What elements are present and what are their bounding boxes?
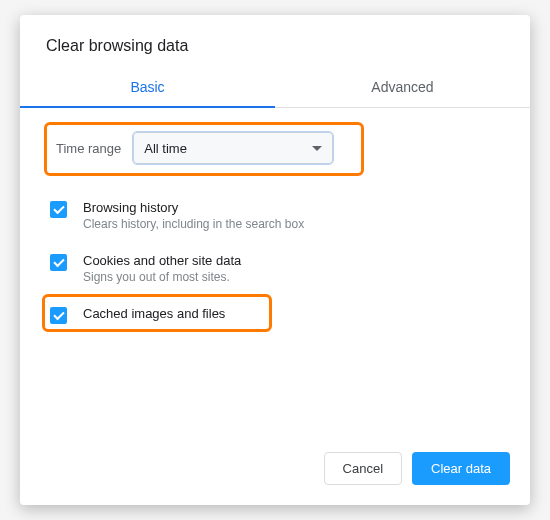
tab-basic[interactable]: Basic	[20, 69, 275, 107]
checkmark-icon	[53, 308, 64, 319]
cancel-button-label: Cancel	[343, 461, 383, 476]
option-cached: Cached images and files	[46, 298, 504, 338]
option-browsing-history-text: Browsing history Clears history, includi…	[83, 200, 304, 231]
time-range-row: Time range All time	[46, 122, 504, 174]
option-cookies-text: Cookies and other site data Signs you ou…	[83, 253, 241, 284]
checkbox-cookies[interactable]	[50, 254, 67, 271]
checkmark-icon	[53, 255, 64, 266]
option-browsing-history-desc: Clears history, including in the search …	[83, 217, 304, 231]
tab-advanced[interactable]: Advanced	[275, 69, 530, 107]
clear-data-button-label: Clear data	[431, 461, 491, 476]
cancel-button[interactable]: Cancel	[324, 452, 402, 485]
option-browsing-history: Browsing history Clears history, includi…	[46, 192, 504, 245]
tab-advanced-label: Advanced	[371, 79, 433, 95]
checkmark-icon	[53, 202, 64, 213]
option-browsing-history-title: Browsing history	[83, 200, 304, 215]
dialog-content: Time range All time Browsing history Cle…	[20, 108, 530, 436]
dialog-title: Clear browsing data	[20, 15, 530, 69]
checkbox-cached[interactable]	[50, 307, 67, 324]
clear-browsing-data-dialog: Clear browsing data Basic Advanced Time …	[20, 15, 530, 505]
option-cookies-desc: Signs you out of most sites.	[83, 270, 241, 284]
time-range-select[interactable]: All time	[133, 132, 333, 164]
clear-data-button[interactable]: Clear data	[412, 452, 510, 485]
dialog-footer: Cancel Clear data	[20, 436, 530, 505]
time-range-label: Time range	[56, 141, 121, 156]
chevron-down-icon	[312, 146, 322, 151]
tab-basic-label: Basic	[130, 79, 164, 95]
options-list: Browsing history Clears history, includi…	[46, 192, 504, 338]
time-range-selected-value: All time	[144, 141, 187, 156]
option-cached-title: Cached images and files	[83, 306, 225, 321]
option-cookies-title: Cookies and other site data	[83, 253, 241, 268]
option-cookies: Cookies and other site data Signs you ou…	[46, 245, 504, 298]
checkbox-browsing-history[interactable]	[50, 201, 67, 218]
option-cached-text: Cached images and files	[83, 306, 225, 321]
tab-bar: Basic Advanced	[20, 69, 530, 108]
